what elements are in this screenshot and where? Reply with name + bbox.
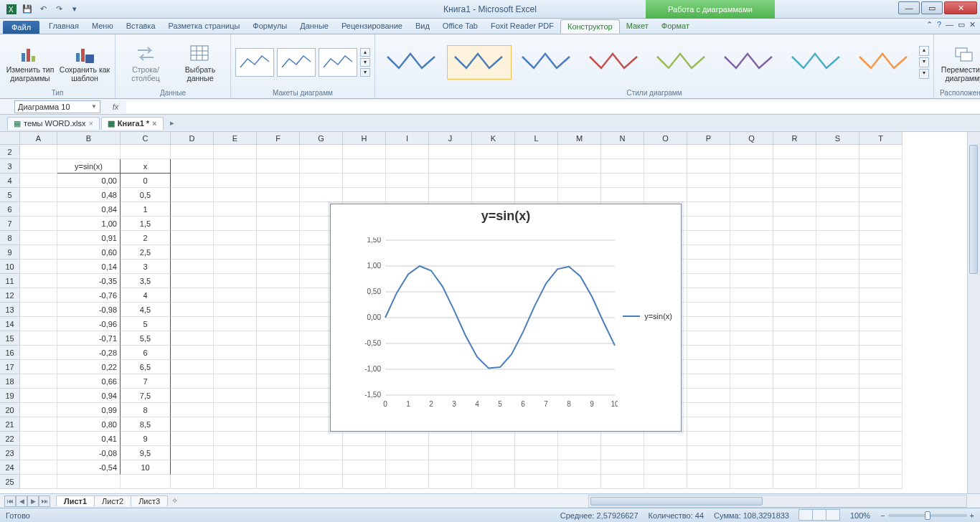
cell[interactable] [859,374,903,389]
cell[interactable] [429,145,472,159]
cell[interactable] [20,374,57,389]
column-header[interactable]: L [515,132,558,145]
cell[interactable] [730,231,773,245]
cell[interactable] [859,389,903,403]
cell[interactable] [343,446,386,460]
cell[interactable] [773,245,816,260]
cell[interactable] [730,346,773,360]
cell[interactable] [816,331,859,346]
cell[interactable] [429,432,472,446]
cell[interactable] [257,217,300,231]
cell[interactable] [558,460,601,475]
cell[interactable] [859,231,903,245]
cell[interactable] [472,159,515,174]
cell[interactable] [472,145,515,159]
cell[interactable] [601,460,644,475]
cell[interactable] [816,432,859,446]
cell[interactable] [257,460,300,475]
cell[interactable] [171,331,214,346]
cell[interactable] [20,202,57,217]
cell[interactable] [343,174,386,188]
cell[interactable] [687,145,730,159]
cell[interactable] [773,303,816,317]
zoom-out-icon[interactable]: − [880,511,885,520]
cell[interactable] [515,145,558,159]
cell[interactable] [171,360,214,374]
cell[interactable] [214,475,257,489]
chart-style-thumb[interactable] [447,45,512,80]
workbook-tab[interactable]: ▦Книга1 *× [101,117,164,130]
chevron-down-icon[interactable]: ▼ [91,103,97,110]
cell[interactable] [386,159,429,174]
cell[interactable] [300,475,343,489]
cell[interactable] [773,331,816,346]
cell[interactable] [20,145,57,159]
cell[interactable] [773,360,816,374]
close-tab-icon[interactable]: × [152,119,156,128]
cell[interactable] [429,159,472,174]
cell[interactable] [20,174,57,188]
cell[interactable]: 0,14 [57,260,121,274]
row-header[interactable]: 9 [0,245,20,260]
row-header[interactable]: 19 [0,389,20,403]
column-header[interactable]: T [859,132,903,145]
cell[interactable] [859,174,903,188]
cell[interactable] [687,389,730,403]
cell[interactable] [300,460,343,475]
close-button[interactable]: ✕ [944,1,977,14]
cell[interactable] [257,475,300,489]
cell[interactable] [773,389,816,403]
cell[interactable] [687,403,730,417]
cell[interactable]: 0,00 [57,174,121,188]
cell[interactable] [20,460,57,475]
cell[interactable] [214,159,257,174]
cell[interactable] [20,231,57,245]
cell[interactable]: 9,5 [121,446,171,460]
cell[interactable]: 0,5 [121,188,171,202]
cell[interactable] [816,188,859,202]
cell[interactable] [859,145,903,159]
chart-style-thumb[interactable] [582,45,646,80]
row-header[interactable]: 2 [0,145,20,159]
cell[interactable] [730,475,773,489]
cell[interactable] [773,202,816,217]
cell[interactable]: 0,84 [57,202,121,217]
cell[interactable] [20,331,57,346]
cell[interactable] [171,317,214,331]
cell[interactable] [816,460,859,475]
row-header[interactable]: 12 [0,288,20,303]
cell[interactable]: -0,96 [57,317,121,331]
row-header[interactable]: 17 [0,360,20,374]
cell[interactable] [859,360,903,374]
cell[interactable] [730,303,773,317]
cell[interactable] [644,159,687,174]
cell[interactable] [257,145,300,159]
cell[interactable] [171,346,214,360]
cell[interactable] [214,145,257,159]
cell[interactable] [816,374,859,389]
column-header[interactable]: B [57,132,121,145]
cell[interactable] [20,260,57,274]
cell[interactable] [859,317,903,331]
row-header[interactable]: 21 [0,417,20,432]
column-header[interactable]: E [214,132,257,145]
cell[interactable] [20,217,57,231]
cell[interactable] [644,432,687,446]
cell[interactable] [859,346,903,360]
fx-icon[interactable]: fx [105,103,126,111]
save-template-button[interactable]: Сохранить как шаблон [59,39,110,86]
cell[interactable] [300,432,343,446]
cell[interactable] [773,475,816,489]
cell[interactable] [773,460,816,475]
column-header[interactable]: F [257,132,300,145]
cell[interactable] [257,231,300,245]
chart-legend[interactable]: y=sin(x) [623,312,672,321]
chart-style-thumb[interactable] [784,45,849,80]
cell[interactable] [386,460,429,475]
cell[interactable] [687,460,730,475]
cell[interactable] [601,432,644,446]
cell[interactable] [644,145,687,159]
cell[interactable] [687,274,730,288]
cell[interactable] [773,288,816,303]
cell[interactable] [644,174,687,188]
